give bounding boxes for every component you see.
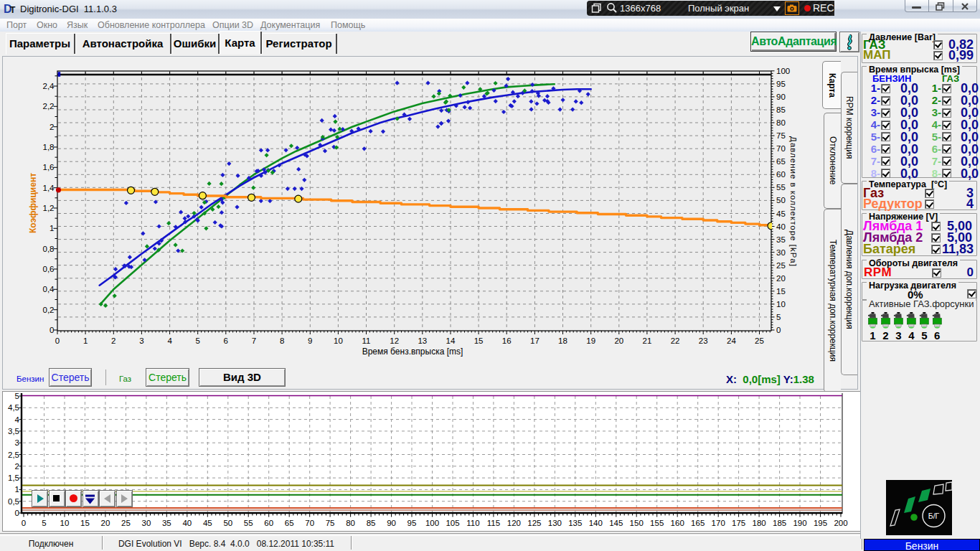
svg-text:Б/Г: Б/Г: [928, 512, 940, 520]
